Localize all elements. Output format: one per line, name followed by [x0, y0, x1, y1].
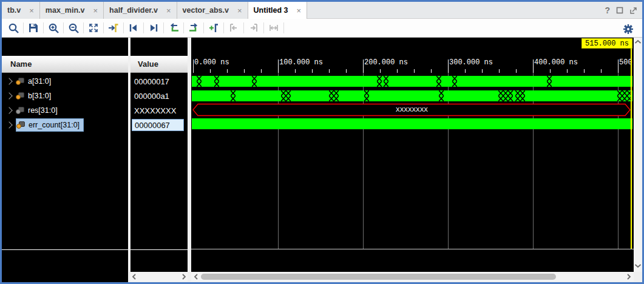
signal-name: res[31:0] [28, 106, 58, 115]
previous-transition-icon[interactable] [126, 21, 141, 35]
wave-row-b310[interactable] [192, 90, 632, 101]
wave-bottom-divider [191, 249, 634, 249]
axis-tick-label: 400.000 ns [534, 58, 578, 67]
wave-toolbar [2, 19, 642, 38]
wave-vertical-scrollbar[interactable] [634, 38, 642, 272]
scroll-down-icon[interactable] [634, 263, 642, 268]
transition-mark [547, 76, 552, 87]
close-icon[interactable]: × [297, 7, 302, 15]
bus-signal-icon [16, 107, 24, 114]
value-horizontal-scrollbar[interactable] [130, 272, 188, 282]
transition-mark [281, 90, 291, 101]
previous-edge-icon[interactable] [166, 21, 181, 35]
help-icon[interactable]: ? [605, 5, 610, 15]
wave-row-a310[interactable] [192, 76, 632, 87]
go-to-last-time-icon[interactable] [246, 21, 262, 35]
zoom-fit-icon[interactable] [86, 21, 101, 35]
axis-tick-label: 300.000 ns [449, 58, 493, 67]
tab-half_divider.v[interactable]: half_divider.v × [104, 2, 177, 19]
time-cursor-line[interactable] [631, 49, 632, 249]
tab-tb.v[interactable]: tb.v × [2, 2, 40, 19]
cursor-time-badge: 515.000 ns [581, 38, 632, 49]
expand-chevron-icon[interactable] [5, 78, 12, 84]
next-transition-icon[interactable] [146, 21, 161, 35]
tab-untitled-3[interactable]: Untitled 3 × [248, 2, 308, 19]
scrollbar-thumb[interactable] [201, 274, 556, 280]
transition-mark [439, 90, 444, 101]
bus-signal-icon [16, 121, 25, 129]
transition-mark [197, 76, 202, 87]
expand-chevron-icon[interactable] [5, 107, 12, 113]
transition-mark [498, 90, 513, 101]
expand-chevron-icon[interactable] [5, 92, 12, 99]
value-edit-box[interactable]: 00000067 [132, 119, 184, 131]
transition-mark [515, 90, 525, 101]
wave-horizontal-scrollbar[interactable] [191, 272, 634, 282]
signal-row-b[interactable]: b[31:0] [2, 89, 128, 103]
waveform-viewer-window: tb.v × max_min.v × half_divider.v × vect… [0, 0, 644, 284]
transition-mark [364, 90, 369, 101]
scroll-left-icon[interactable] [132, 274, 137, 280]
tab-max_min.v[interactable]: max_min.v × [40, 2, 104, 19]
signal-value-selected[interactable]: 00000067 [130, 118, 188, 132]
transition-mark [214, 76, 219, 87]
signal-name: a[31:0] [28, 77, 51, 86]
signal-value[interactable]: XXXXXXXX [130, 103, 188, 118]
transition-mark [252, 76, 257, 87]
zoom-in-icon[interactable] [46, 21, 61, 35]
expand-chevron-icon[interactable] [5, 121, 12, 128]
next-edge-icon[interactable] [186, 21, 202, 35]
waveform-canvas[interactable]: 515.000 ns 0.000 ns100.000 ns200.000 ns3… [191, 38, 634, 272]
save-icon[interactable] [25, 21, 41, 35]
close-icon[interactable]: × [29, 7, 34, 15]
name-column-header[interactable]: Name [2, 56, 128, 73]
settings-gear-icon[interactable] [620, 22, 636, 36]
transition-mark [384, 76, 388, 87]
tab-bar: tb.v × max_min.v × half_divider.v × vect… [2, 2, 642, 19]
signal-row-a[interactable]: a[31:0] [2, 74, 128, 89]
signal-row-err-count[interactable]: err_count[31:0] [2, 118, 128, 132]
close-icon[interactable]: × [93, 7, 98, 15]
name-panel-divider [2, 249, 128, 250]
go-to-time-cursor-icon[interactable] [106, 21, 121, 35]
value-panel-divider [130, 249, 188, 250]
value-column-header[interactable]: Value [130, 56, 188, 73]
float-window-icon[interactable] [629, 7, 637, 14]
selected-signal-highlight[interactable]: err_count[31:0] [16, 118, 84, 132]
wave-row-res310[interactable]: XXXXXXXX [191, 103, 634, 117]
tab-vector_abs.v[interactable]: vector_abs.v × [177, 2, 248, 19]
transition-mark [231, 90, 236, 101]
bus-signal-icon [16, 92, 24, 100]
signal-name: b[31:0] [28, 92, 51, 100]
signal-name: err_count[31:0] [29, 121, 80, 129]
scroll-right-icon[interactable] [626, 274, 631, 280]
go-to-time-0-icon[interactable] [226, 21, 242, 35]
signal-row-res[interactable]: res[31:0] [2, 103, 128, 118]
scroll-right-icon[interactable] [181, 274, 186, 280]
close-icon[interactable]: × [166, 7, 171, 15]
search-icon[interactable] [5, 21, 21, 35]
scroll-up-icon[interactable] [634, 39, 642, 44]
transition-mark [436, 76, 441, 87]
wave-window-body: 515.000 ns 0.000 ns100.000 ns200.000 ns3… [2, 38, 642, 282]
zoom-out-icon[interactable] [66, 21, 81, 35]
transition-mark [617, 90, 632, 101]
close-icon[interactable]: × [237, 7, 242, 15]
axis-tick-label: 200.000 ns [364, 58, 408, 67]
transition-mark [377, 76, 382, 87]
axis-tick-label: 0.000 ns [194, 58, 229, 67]
wave-row-err_count310[interactable] [192, 118, 632, 129]
transition-mark [452, 76, 457, 87]
fit-selection-icon[interactable] [266, 21, 282, 35]
axis-tick-label: 100.000 ns [279, 58, 323, 67]
signal-value[interactable]: 00000017 [130, 74, 188, 89]
scroll-left-icon[interactable] [194, 274, 198, 280]
bus-signal-icon [16, 78, 24, 85]
signal-value[interactable]: 000000a1 [130, 89, 188, 103]
maximize-icon[interactable] [616, 7, 623, 14]
add-marker-icon[interactable] [206, 21, 222, 35]
unknown-value-label: XXXXXXXX [193, 103, 631, 117]
transition-mark [329, 90, 339, 101]
